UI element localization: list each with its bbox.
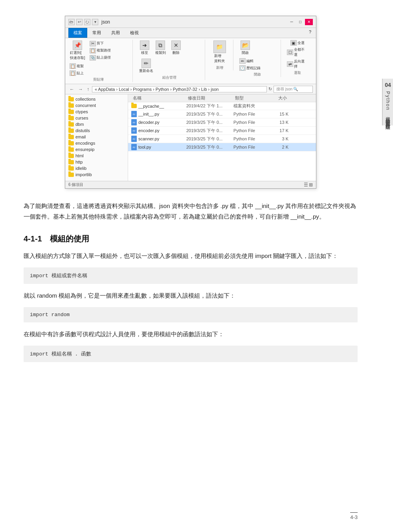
file-row-decoder[interactable]: py decoder.py 2019/3/25 下午 0... Python F… — [128, 118, 316, 127]
code-block-2: import random — [24, 307, 358, 322]
new-buttons: 📁 新增資料夾 — [212, 40, 228, 64]
file-row-tool[interactable]: py tool.py 2019/3/25 下午 0... Python File… — [128, 143, 316, 151]
left-item-idlelib[interactable]: idlelib — [65, 165, 128, 171]
col-size[interactable]: 大小 — [269, 95, 288, 101]
folder-icon — [68, 166, 74, 171]
col-date[interactable]: 修改日期 — [186, 95, 233, 101]
left-item-curses[interactable]: curses — [65, 115, 128, 121]
minimize-button[interactable]: ─ — [288, 19, 296, 25]
copy-path-button[interactable]: 📋 複製路徑 — [88, 48, 112, 54]
move-button[interactable]: ➜ 移至 — [138, 40, 152, 56]
cut-button[interactable]: ✂ 剪下 — [88, 40, 112, 47]
edit-button[interactable]: ✏ 編輯 — [238, 58, 262, 64]
col-name[interactable]: 名稱 — [131, 95, 186, 101]
select-none-button[interactable]: ☐ 全都不選 — [286, 47, 309, 58]
invert-select-label: 反向選擇 — [294, 59, 308, 69]
forward-button[interactable]: → — [77, 87, 84, 92]
file-row-scanner[interactable]: py scanner.py 2019/3/25 下午 0... Python F… — [128, 135, 316, 143]
pin-icon: 📌 — [73, 40, 82, 50]
left-item-dbm[interactable]: dbm — [65, 121, 128, 127]
cut-label: 剪下 — [97, 41, 104, 46]
rename-icon: ✏ — [141, 59, 151, 68]
copy-to-button[interactable]: ⧉ 複製到 — [153, 40, 167, 56]
refresh-icon[interactable]: ↻ — [268, 87, 272, 92]
tab-file[interactable]: 檔案 — [68, 28, 87, 38]
file-date-encoder: 2019/3/25 下午 0... — [186, 128, 233, 134]
left-item-html[interactable]: html — [65, 153, 128, 159]
file-row-pycache[interactable]: __pycache__ 2019/4/22 下午 1... 檔案資料夾 — [128, 102, 316, 110]
view-grid-button[interactable]: ⊞ — [309, 182, 313, 188]
delete-icon: ✕ — [171, 40, 181, 50]
chapter-title-tab: Python 資料分析函數庫與外部模組 — [385, 91, 391, 122]
col-type[interactable]: 類型 — [233, 95, 269, 101]
copy-button[interactable]: 📋 複製 — [68, 63, 85, 69]
left-item-ctypes[interactable]: ctypes — [65, 109, 128, 115]
left-item-label: idlelib — [75, 166, 86, 171]
help-icon[interactable]: ? — [307, 28, 313, 38]
left-item-importlib[interactable]: importlib — [65, 171, 128, 178]
left-item-label: html — [75, 153, 84, 158]
paste-shortcut-label: 貼上捷徑 — [97, 55, 111, 60]
folder-icon — [68, 154, 74, 158]
ribbon-toolbar: 📌 釘選到[快速存取] ✂ 剪下 📋 複製路徑 📎 — [65, 38, 316, 84]
file-date-pycache: 2019/4/22 下午 1... — [186, 103, 233, 109]
folder-icon — [68, 160, 74, 164]
file-row-encoder[interactable]: py encoder.py 2019/3/25 下午 0... Python F… — [128, 127, 316, 135]
status-count: 6 個項目 — [68, 182, 83, 188]
title-icon-2[interactable]: ↩ — [76, 19, 83, 25]
status-bar: 6 個項目 ☰ ⊞ — [65, 181, 316, 188]
view-list-button[interactable]: ☰ — [304, 182, 308, 188]
rename-label: 重新命名 — [139, 68, 153, 74]
new-folder-button[interactable]: 📁 新增資料夾 — [212, 40, 228, 64]
search-icon: 🔍 — [293, 87, 298, 91]
left-item-email[interactable]: email — [65, 134, 128, 140]
title-icon-1[interactable]: 🗁 — [68, 19, 75, 25]
left-item-ensurepip[interactable]: ensurepip — [65, 146, 128, 153]
search-box[interactable]: 搜尋 json 🔍 — [274, 86, 313, 93]
file-date-decoder: 2019/3/25 下午 0... — [186, 120, 233, 125]
open-icon: 📂 — [241, 40, 250, 50]
left-item-label: importlib — [75, 172, 92, 177]
left-item-concurrent[interactable]: concurrent — [65, 102, 128, 109]
left-pane: collections concurrent ctypes curses dbm — [65, 94, 128, 181]
left-item-label: curses — [75, 116, 88, 120]
organize-buttons: ➜ 移至 ⧉ 複製到 ✕ 刪除 ✏ 重新命名 — [138, 40, 201, 74]
title-icon-3[interactable]: ⭮ — [84, 19, 90, 25]
close-button[interactable]: ✕ — [305, 19, 313, 25]
left-item-http[interactable]: http — [65, 159, 128, 165]
rename-button[interactable]: ✏ 重新命名 — [138, 58, 155, 74]
history-button[interactable]: 🕐 歷程記錄 — [238, 65, 262, 71]
pin-label: 釘選到[快速存取] — [70, 50, 85, 61]
maximize-button[interactable]: □ — [296, 19, 304, 25]
history-icon: 🕐 — [239, 65, 246, 71]
file-name-pycache: __pycache__ — [131, 104, 186, 109]
folder-icon — [68, 135, 74, 139]
file-name-tool: py tool.py — [131, 144, 186, 150]
invert-select-button[interactable]: ⇄ 反向選擇 — [286, 59, 309, 70]
file-row-init[interactable]: py __init__.py 2019/3/25 下午 0... Python … — [128, 110, 316, 118]
paste-shortcut-button[interactable]: 📎 貼上捷徑 — [88, 55, 112, 61]
select-label: 選取 — [294, 70, 301, 75]
file-size-init: 15 K — [269, 112, 288, 116]
tab-home[interactable]: 常用 — [87, 28, 106, 38]
delete-button[interactable]: ✕ 刪除 — [169, 40, 183, 56]
left-item-distutils[interactable]: distutils — [65, 127, 128, 134]
up-button[interactable]: ↑ — [86, 87, 90, 92]
left-item-encodings[interactable]: encodings — [65, 140, 128, 146]
edit-icon: ✏ — [239, 58, 246, 64]
paste-button[interactable]: 📋 貼上 — [68, 70, 85, 76]
file-list-header: 名稱 修改日期 類型 大小 — [128, 94, 316, 102]
address-path[interactable]: « AppData › Local › Programs › Python › … — [92, 86, 267, 92]
folder-icon — [68, 129, 74, 133]
pin-button[interactable]: 📌 釘選到[快速存取] — [68, 40, 87, 61]
tab-share[interactable]: 共用 — [106, 28, 125, 38]
tab-view[interactable]: 檢視 — [125, 28, 144, 38]
open-button[interactable]: 📂 開啟 — [238, 40, 252, 56]
left-item-collections[interactable]: collections — [65, 96, 128, 102]
back-button[interactable]: ← — [68, 87, 75, 92]
title-icon-4[interactable]: ▾ — [92, 19, 98, 25]
select-all-button[interactable]: ▣ 全選 — [289, 40, 306, 46]
left-item-label: http — [75, 160, 83, 164]
file-type-encoder: Python File — [233, 128, 269, 133]
open-group: 📂 開啟 ✏ 編輯 🕐 歷程記錄 開啟 — [238, 40, 281, 77]
